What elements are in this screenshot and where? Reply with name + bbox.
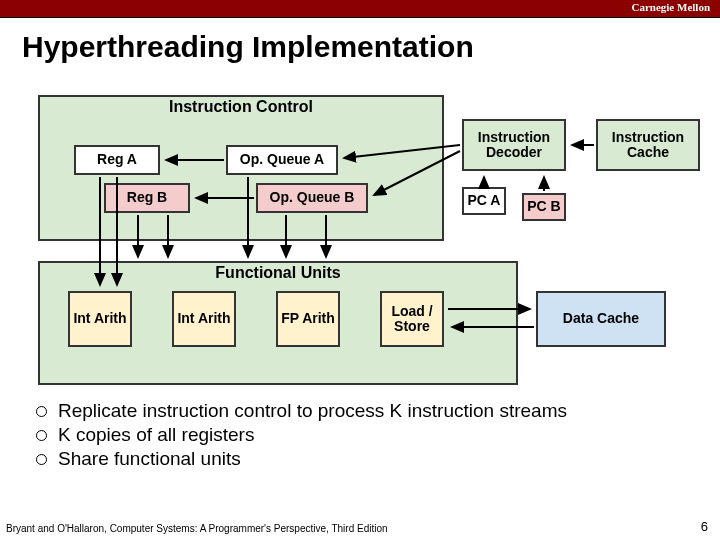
- load-store-box: Load / Store: [380, 291, 444, 347]
- slide-title: Hyperthreading Implementation: [22, 30, 698, 64]
- page-number: 6: [701, 519, 708, 534]
- footer: Bryant and O'Hallaron, Computer Systems:…: [6, 523, 714, 534]
- data-cache-box: Data Cache: [536, 291, 666, 347]
- reg-a-box: Reg A: [74, 145, 160, 175]
- pc-a-box: PC A: [462, 187, 506, 215]
- bullet-item: K copies of all registers: [30, 424, 700, 446]
- bullet-list: Replicate instruction control to process…: [30, 400, 700, 472]
- footer-citation: Bryant and O'Hallaron, Computer Systems:…: [6, 523, 388, 534]
- int-arith-2-box: Int Arith: [172, 291, 236, 347]
- bullet-item: Share functional units: [30, 448, 700, 470]
- op-queue-a-box: Op. Queue A: [226, 145, 338, 175]
- functional-units-label: Functional Units: [40, 264, 516, 282]
- instruction-cache-box: Instruction Cache: [596, 119, 700, 171]
- reg-b-box: Reg B: [104, 183, 190, 213]
- fp-arith-box: FP Arith: [276, 291, 340, 347]
- brand-text: Carnegie Mellon: [631, 1, 710, 13]
- header-bar: Carnegie Mellon: [0, 0, 720, 18]
- int-arith-1-box: Int Arith: [68, 291, 132, 347]
- instruction-decoder-box: Instruction Decoder: [462, 119, 566, 171]
- diagram: Instruction Control Reg A Reg B Op. Queu…: [38, 95, 702, 388]
- op-queue-b-box: Op. Queue B: [256, 183, 368, 213]
- instruction-control-label: Instruction Control: [40, 98, 442, 116]
- pc-b-box: PC B: [522, 193, 566, 221]
- bullet-item: Replicate instruction control to process…: [30, 400, 700, 422]
